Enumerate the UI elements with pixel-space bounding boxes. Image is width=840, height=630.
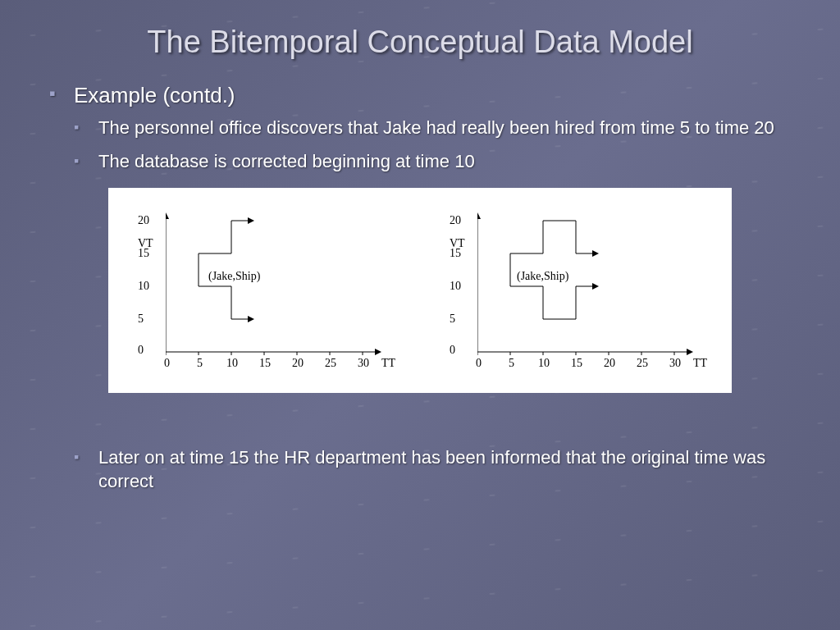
ytick: 0 <box>450 344 455 357</box>
ytick: 15 <box>450 247 461 260</box>
subtitle-bullet: Example (contd.) The personnel office di… <box>49 83 791 173</box>
ytick: 20 <box>138 214 149 227</box>
ytick: 5 <box>138 313 144 326</box>
plot-right-svg <box>477 212 699 360</box>
svg-marker-34 <box>592 250 599 257</box>
ytick: 10 <box>138 280 149 293</box>
ytick: 5 <box>450 313 455 326</box>
subtitle-text: Example (contd.) <box>74 83 235 107</box>
svg-marker-21 <box>477 212 481 219</box>
plot-left-svg <box>166 212 387 360</box>
svg-marker-1 <box>375 349 381 355</box>
svg-marker-16 <box>248 217 254 224</box>
bullet-top-1: The personnel office discovers that Jake… <box>74 116 791 140</box>
bullet-bottom-1: Later on at time 15 the HR department ha… <box>74 446 791 493</box>
ytick: 10 <box>450 280 461 293</box>
plot-right: VT 20 15 10 5 0 0 5 10 15 20 25 30 TT (J… <box>445 204 707 377</box>
plot-left: VT 20 15 10 5 0 0 5 10 15 20 25 30 TT (J… <box>133 204 395 377</box>
svg-marker-19 <box>687 349 693 355</box>
slide-title: The Bitemporal Conceptual Data Model <box>49 25 791 60</box>
svg-marker-35 <box>592 283 599 290</box>
ytick: 20 <box>450 214 461 227</box>
ytick: 0 <box>138 344 144 357</box>
diagram-container: VT 20 15 10 5 0 0 5 10 15 20 25 30 TT (J… <box>108 188 732 393</box>
ytick: 15 <box>138 247 149 260</box>
bullet-top-2: The database is corrected beginning at t… <box>74 150 791 174</box>
svg-marker-3 <box>166 212 169 219</box>
svg-marker-17 <box>248 316 254 322</box>
